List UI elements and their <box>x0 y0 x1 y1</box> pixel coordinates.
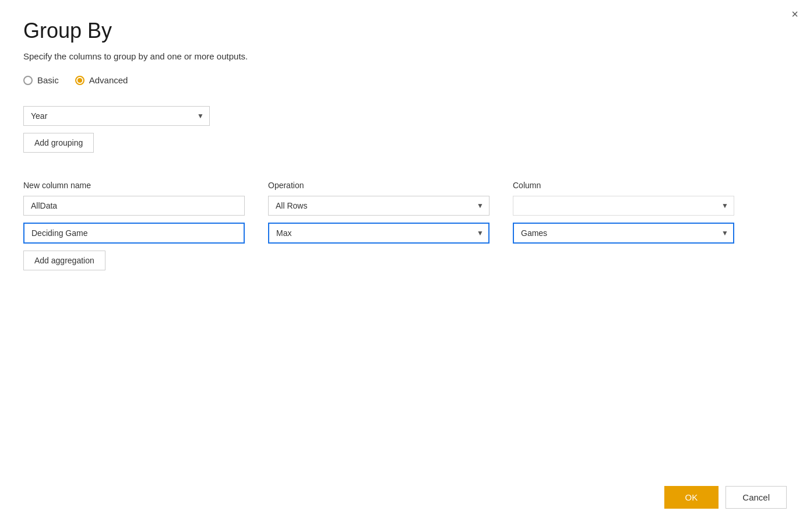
dialog-subtitle: Specify the columns to group by and one … <box>23 51 787 61</box>
header-operation: Operation <box>268 181 489 190</box>
grouping-select-row: Year Month Day Category ▼ <box>23 106 787 126</box>
header-column: Column <box>513 181 734 190</box>
column-select-wrapper-2[interactable]: Games Year Month Category ▼ <box>513 223 734 244</box>
header-new-column-name: New column name <box>23 181 245 190</box>
operation-select-2[interactable]: All Rows Count Count Distinct Sum Averag… <box>268 223 489 244</box>
column-select-wrapper-1[interactable]: Games Year Month Category ▼ <box>513 196 734 216</box>
aggregation-row-2: All Rows Count Count Distinct Sum Averag… <box>23 223 787 244</box>
aggregation-section: New column name Operation Column All Row… <box>23 181 787 270</box>
operation-select-wrapper-1[interactable]: All Rows Count Count Distinct Sum Averag… <box>268 196 489 216</box>
radio-basic[interactable]: Basic <box>23 75 59 85</box>
grouping-select-wrapper[interactable]: Year Month Day Category ▼ <box>23 106 210 126</box>
cancel-button[interactable]: Cancel <box>726 486 787 509</box>
group-by-dialog: × Group By Specify the columns to group … <box>0 0 810 532</box>
close-button[interactable]: × <box>791 8 798 20</box>
radio-group: Basic Advanced <box>23 75 787 85</box>
column-select-1[interactable]: Games Year Month Category <box>513 196 734 216</box>
radio-advanced[interactable]: Advanced <box>75 75 128 85</box>
radio-basic-label: Basic <box>37 75 59 85</box>
dialog-footer: OK Cancel <box>23 463 787 509</box>
grouping-section: Year Month Day Category ▼ Add grouping <box>23 106 787 153</box>
radio-advanced-input[interactable] <box>75 76 84 85</box>
aggregation-row-1: All Rows Count Count Distinct Sum Averag… <box>23 196 787 216</box>
ok-button[interactable]: OK <box>664 486 719 509</box>
dialog-title: Group By <box>23 19 787 43</box>
grouping-select[interactable]: Year Month Day Category <box>23 106 210 126</box>
new-column-name-input-1[interactable] <box>23 196 245 216</box>
operation-select-wrapper-2[interactable]: All Rows Count Count Distinct Sum Averag… <box>268 223 489 244</box>
new-column-name-input-2[interactable] <box>23 223 245 244</box>
column-select-2[interactable]: Games Year Month Category <box>513 223 734 244</box>
add-aggregation-button[interactable]: Add aggregation <box>23 251 105 270</box>
add-grouping-button[interactable]: Add grouping <box>23 133 94 153</box>
operation-select-1[interactable]: All Rows Count Count Distinct Sum Averag… <box>268 196 489 216</box>
aggregation-headers: New column name Operation Column <box>23 181 787 190</box>
radio-advanced-label: Advanced <box>89 75 128 85</box>
radio-basic-input[interactable] <box>23 76 33 85</box>
